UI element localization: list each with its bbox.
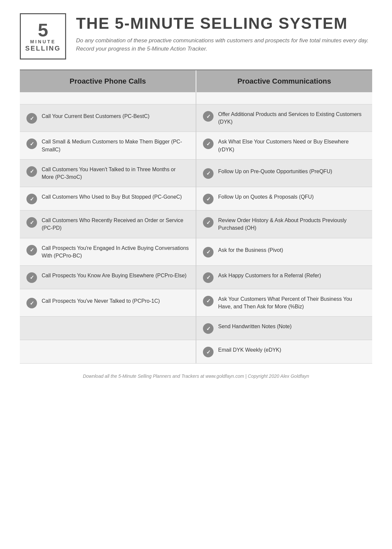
cell-content: Review Order History & Ask About Product… xyxy=(203,216,366,232)
item-text: Send Handwritten Notes (Note) xyxy=(218,323,366,330)
check-icon xyxy=(26,217,37,228)
table-row: Call Customers Who Used to Buy But Stopp… xyxy=(20,187,372,211)
cell-content: Ask What Else Your Customers Need or Buy… xyxy=(203,138,366,153)
check-icon xyxy=(26,245,37,255)
right-cell: Ask for the Business (Pivot) xyxy=(196,238,372,265)
table-header-row: Proactive Phone Calls Proactive Communic… xyxy=(20,70,372,92)
check-icon xyxy=(203,111,214,122)
item-text: Follow Up on Pre-Quote Opportunities (Pr… xyxy=(218,168,366,175)
cell-content: Call Small & Medium Customers to Make Th… xyxy=(26,138,189,153)
left-column-header: Proactive Phone Calls xyxy=(20,70,196,92)
cell-content: Call Prospects You Know Are Buying Elsew… xyxy=(26,272,189,283)
item-text: Call Prospects You've Never Talked to (P… xyxy=(42,297,189,305)
cell-content: Call Customers Who Used to Buy But Stopp… xyxy=(26,193,189,204)
logo-selling: SELLING xyxy=(25,45,61,52)
check-icon xyxy=(203,247,214,257)
cell-content: Call Customers You Haven't Talked to in … xyxy=(26,166,189,181)
item-text: Follow Up on Quotes & Proposals (QFU) xyxy=(218,193,366,201)
page-wrapper: 5 MINUTE SELLING THE 5-MINUTE SELLING SY… xyxy=(0,0,392,395)
item-text: Call Small & Medium Customers to Make Th… xyxy=(42,138,189,153)
left-cell: Call Customers You Haven't Talked to in … xyxy=(20,159,196,187)
main-table: Proactive Phone Calls Proactive Communic… xyxy=(20,70,372,364)
table-row: Call Prospects You're Engaged In Active … xyxy=(20,238,372,265)
item-text: Call Customers Who Used to Buy But Stopp… xyxy=(42,193,189,201)
logo-text: MINUTE SELLING xyxy=(25,39,61,52)
header: 5 MINUTE SELLING THE 5-MINUTE SELLING SY… xyxy=(20,13,372,59)
check-icon xyxy=(203,296,214,306)
header-text: THE 5-MINUTE SELLING SYSTEM Do any combi… xyxy=(76,13,372,53)
cell-content: Call Customers Who Recently Received an … xyxy=(26,216,189,232)
item-text: Call Prospects You Know Are Buying Elsew… xyxy=(42,272,189,279)
check-icon xyxy=(26,113,37,124)
left-cell: Call Prospects You Know Are Buying Elsew… xyxy=(20,265,196,289)
check-icon xyxy=(26,194,37,204)
check-icon xyxy=(203,138,214,149)
table-body: Call Your Current Best Customers (PC-Bes… xyxy=(20,92,372,364)
logo-minute: MINUTE xyxy=(30,39,56,44)
left-cell: Call Prospects You've Never Talked to (P… xyxy=(20,289,196,316)
cell-content: Ask for the Business (Pivot) xyxy=(203,246,366,257)
right-cell: Follow Up on Pre-Quote Opportunities (Pr… xyxy=(196,159,372,187)
logo-number: 5 xyxy=(38,21,48,39)
item-text: Ask Happy Customers for a Referral (Refe… xyxy=(218,272,366,279)
table-row: Send Handwritten Notes (Note) xyxy=(20,317,372,340)
table-row: Call Your Current Best Customers (PC-Bes… xyxy=(20,104,372,132)
right-cell: Review Order History & Ask About Product… xyxy=(196,211,372,238)
left-cell: Call Your Current Best Customers (PC-Bes… xyxy=(20,104,196,132)
item-text: Offer Additional Products and Services t… xyxy=(218,110,366,126)
left-cell: Call Prospects You're Engaged In Active … xyxy=(20,238,196,265)
right-cell: Ask What Else Your Customers Need or Buy… xyxy=(196,132,372,159)
table-row: Call Prospects You've Never Talked to (P… xyxy=(20,289,372,316)
cell-content: Offer Additional Products and Services t… xyxy=(203,110,366,126)
table-row: Call Customers Who Recently Received an … xyxy=(20,211,372,238)
cell-content: Follow Up on Quotes & Proposals (QFU) xyxy=(203,193,366,204)
check-icon xyxy=(203,272,214,283)
cell-content: Call Your Current Best Customers (PC-Bes… xyxy=(26,112,189,124)
check-icon xyxy=(26,272,37,283)
right-cell: Send Handwritten Notes (Note) xyxy=(196,317,372,340)
left-cell xyxy=(20,317,196,340)
subtitle: Do any combination of these proactive co… xyxy=(76,36,372,53)
cell-content: Ask Happy Customers for a Referral (Refe… xyxy=(203,272,366,283)
item-text: Call Your Current Best Customers (PC-Bes… xyxy=(42,112,189,120)
item-text: Email DYK Weekly (eDYK) xyxy=(218,346,366,354)
check-icon xyxy=(26,166,37,177)
right-column-header: Proactive Communications xyxy=(196,70,372,92)
table-row: Email DYK Weekly (eDYK) xyxy=(20,340,372,364)
right-cell: Ask Happy Customers for a Referral (Refe… xyxy=(196,265,372,289)
check-icon xyxy=(203,194,214,204)
right-cell: Offer Additional Products and Services t… xyxy=(196,104,372,132)
footer: Download all the 5-Minute Selling Planne… xyxy=(20,370,372,385)
check-icon xyxy=(26,298,37,308)
left-cell xyxy=(20,340,196,364)
item-text: Call Customers You Haven't Talked to in … xyxy=(42,166,189,181)
table-row: Call Customers You Haven't Talked to in … xyxy=(20,159,372,187)
check-icon xyxy=(203,323,214,334)
cell-content: Send Handwritten Notes (Note) xyxy=(203,323,366,334)
left-cell: Call Customers Who Used to Buy But Stopp… xyxy=(20,187,196,211)
right-cell: Ask Your Customers What Percent of Their… xyxy=(196,289,372,316)
item-text: Ask What Else Your Customers Need or Buy… xyxy=(218,138,366,153)
item-text: Call Customers Who Recently Received an … xyxy=(42,216,189,232)
item-text: Call Prospects You're Engaged In Active … xyxy=(42,244,189,259)
right-cell: Email DYK Weekly (eDYK) xyxy=(196,340,372,364)
check-icon xyxy=(26,138,37,149)
cell-content: Follow Up on Pre-Quote Opportunities (Pr… xyxy=(203,168,366,179)
table-row: Call Prospects You Know Are Buying Elsew… xyxy=(20,265,372,289)
cell-content: Email DYK Weekly (eDYK) xyxy=(203,346,366,357)
check-icon xyxy=(203,347,214,357)
main-title: THE 5-MINUTE SELLING SYSTEM xyxy=(76,15,372,32)
item-text: Review Order History & Ask About Product… xyxy=(218,216,366,232)
item-text: Ask Your Customers What Percent of Their… xyxy=(218,295,366,310)
item-text: Ask for the Business (Pivot) xyxy=(218,246,366,254)
check-icon xyxy=(203,217,214,228)
left-cell: Call Customers Who Recently Received an … xyxy=(20,211,196,238)
logo: 5 MINUTE SELLING xyxy=(20,13,66,59)
check-icon xyxy=(203,168,214,179)
right-cell: Follow Up on Quotes & Proposals (QFU) xyxy=(196,187,372,211)
spacer-row xyxy=(20,92,372,104)
table-row: Call Small & Medium Customers to Make Th… xyxy=(20,132,372,159)
cell-content: Call Prospects You've Never Talked to (P… xyxy=(26,297,189,308)
cell-content: Ask Your Customers What Percent of Their… xyxy=(203,295,366,310)
left-cell: Call Small & Medium Customers to Make Th… xyxy=(20,132,196,159)
